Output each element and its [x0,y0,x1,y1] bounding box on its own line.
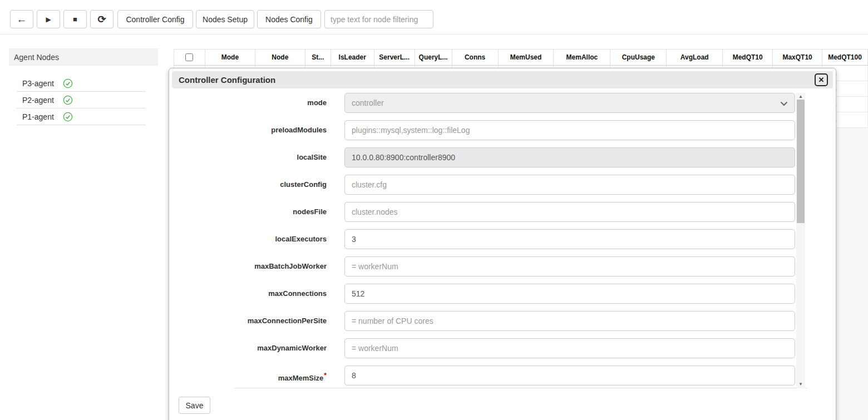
dialog-title: Controller Configuration [172,75,275,85]
form-scrollbar-thumb[interactable] [797,100,805,223]
mode-select[interactable]: controller [344,93,795,113]
column-header-node: Node [255,50,305,65]
clusterconfig-field[interactable] [344,175,795,195]
sidebar-item-p3-agent[interactable]: P3-agent [17,75,146,92]
nodesfile-field[interactable] [344,202,795,222]
field-label-clusterconfig: clusterConfig [234,175,327,195]
controller-configuration-dialog: Controller Configuration ✕ mode controll… [169,68,836,420]
column-header-conns: Conns [452,50,499,65]
column-header-medqt10: MedQT10 [723,50,773,65]
required-marker: * [324,372,327,379]
sidebar-item-p2-agent[interactable]: P2-agent [17,92,146,108]
node-filter-input[interactable] [324,10,433,28]
field-label-maxdynamicworker: maxDynamicWorker [234,338,327,358]
select-value: controller [352,98,384,107]
status-ok-icon [63,78,73,88]
column-header-queryl: QueryL... [415,50,452,65]
nodes-config-button[interactable]: Nodes Config [257,10,321,28]
controller-config-button[interactable]: Controller Config [117,10,193,28]
column-header-memused: MemUsed [499,50,554,65]
form-row-preloadmodules: preloadModules [234,120,807,140]
config-form: mode controller preloadModuleslocalSitec… [234,93,807,388]
field-label-localsite: localSite [234,147,327,167]
form-row-maxconnectionpersite: maxConnectionPerSite [234,311,807,331]
refresh-button[interactable]: ⟳ [90,10,114,28]
column-header-isleader: IsLeader [331,50,374,65]
column-header-avgload: AvgLoad [667,50,723,65]
field-label-nodesfile: nodesFile [234,202,327,222]
localexecutors-field[interactable] [344,229,795,249]
agent-node-list: P3-agent P2-agent P1-agent [17,75,146,125]
maxmemsize-field[interactable] [344,365,795,386]
agent-node-label: P1-agent [22,112,54,121]
back-button[interactable]: ← [10,10,33,28]
agent-nodes-header: Agent Nodes [9,48,158,66]
field-label-preloadmodules: preloadModules [234,120,327,140]
maxbatchjobworker-field[interactable] [344,256,795,276]
dialog-header[interactable]: Controller Configuration ✕ [172,71,833,88]
scroll-down-icon[interactable]: ▼ [796,381,805,388]
table-header-row: ModeNodeSt...IsLeaderServerL...QueryL...… [174,49,868,66]
agent-nodes-title: Agent Nodes [14,53,59,62]
app-root: ← ▶ ■ ⟳ Controller Config Nodes Setup No… [0,0,868,420]
close-button[interactable]: ✕ [815,73,828,86]
stop-icon: ■ [73,15,77,23]
close-icon: ✕ [818,76,825,84]
form-row-localexecutors: localExecutors [234,229,807,249]
toolbar: ← ▶ ■ ⟳ Controller Config Nodes Setup No… [0,0,868,34]
agent-node-label: P3-agent [22,79,54,88]
form-row-maxdynamicworker: maxDynamicWorker [234,338,807,358]
field-label-localexecutors: localExecutors [234,229,327,249]
refresh-icon: ⟳ [97,13,106,26]
form-row-mode: mode controller [234,93,807,113]
column-header-memalloc: MemAlloc [554,50,610,65]
column-header-st: St... [305,50,331,65]
select-all-header-cell [174,50,205,65]
preloadmodules-field[interactable] [344,120,795,140]
maxdynamicworker-field[interactable] [344,338,795,358]
form-row-localsite: localSite [234,147,807,167]
play-icon: ▶ [46,16,51,23]
select-all-checkbox[interactable] [185,53,193,61]
field-label-maxconnections: maxConnections [234,284,327,304]
column-header-maxqt10: MaxQT10 [773,50,822,65]
save-button[interactable]: Save [179,397,210,414]
column-header-cpuusage: CpuUsage [610,50,667,65]
form-row-clusterconfig: clusterConfig [234,175,807,195]
maxconnections-field[interactable] [344,284,795,304]
nodes-setup-button[interactable]: Nodes Setup [196,10,254,28]
status-ok-icon [63,95,73,105]
column-header-mode: Mode [205,50,255,65]
sidebar-item-p1-agent[interactable]: P1-agent [17,108,146,125]
field-label-maxconnectionpersite: maxConnectionPerSite [234,311,327,331]
agent-node-label: P2-agent [22,96,54,105]
play-button[interactable]: ▶ [37,10,60,28]
column-header-serverl: ServerL... [374,50,415,65]
status-ok-icon [63,112,73,122]
form-row-maxbatchjobworker: maxBatchJobWorker [234,256,807,276]
column-header-medqt100: MedQT100 [822,50,868,65]
arrow-left-icon: ← [17,13,27,26]
form-row-maxconnections: maxConnections [234,284,807,304]
localsite-field[interactable] [344,147,795,167]
form-row-nodesfile: nodesFile [234,202,807,222]
maxconnectionpersite-field[interactable] [344,311,795,331]
field-label-maxbatchjobworker: maxBatchJobWorker [234,256,327,276]
field-label-maxmemsize: maxMemSize* [234,365,327,388]
form-scrollbar-track[interactable]: ▲ ▼ [796,93,805,388]
form-row-maxmemsize: maxMemSize* [234,365,807,388]
stop-button[interactable]: ■ [63,10,87,28]
field-label-mode: mode [234,93,327,113]
